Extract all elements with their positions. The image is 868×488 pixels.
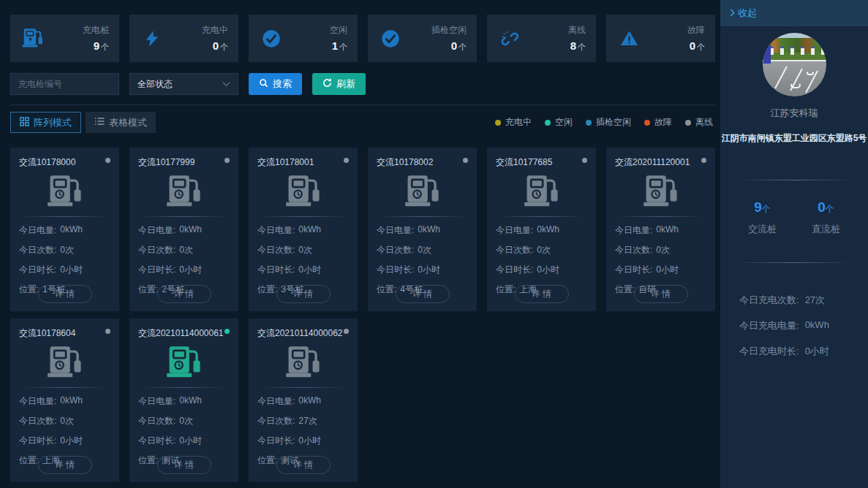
duration-value: 0小时 — [179, 435, 202, 447]
duration-value: 0小时 — [418, 264, 440, 276]
view-mode-tabs: 阵列模式 表格模式 充电中 空闲 插枪空闲 故障 — [10, 112, 713, 133]
legend-item: 充电中 — [495, 116, 532, 129]
duration-value: 0小时 — [179, 264, 202, 276]
legend-dot — [495, 120, 501, 126]
energy-label: 今日电量: — [496, 224, 533, 237]
stat-label: 充电中 — [202, 24, 228, 37]
location-label: 位置: — [496, 283, 516, 296]
legend-label: 充电中 — [505, 116, 532, 129]
check-circle-icon — [378, 28, 403, 49]
charging-pile-icon — [47, 174, 83, 210]
status-legend: 充电中 空闲 插枪空闲 故障 离线 — [495, 116, 713, 129]
divider — [499, 216, 584, 217]
status-dot — [105, 158, 110, 163]
pile-card: 交流20210114000061 今日电量:0kWh 今日次数:0次 今日时长:… — [129, 319, 238, 482]
pile-card: 交流10177685 今日电量:0kWh 今日次数:0次 今日时长:0小时 位置… — [487, 148, 596, 311]
count-label: 今日次数: — [138, 244, 176, 256]
stat-value: 9个 — [94, 39, 109, 52]
station-address: 江阴市南闸镇东盟工业园区东盟路5号 — [720, 132, 868, 145]
count-label: 今日次数: — [257, 244, 295, 256]
station-photo — [763, 33, 826, 96]
detail-button[interactable]: 详 情 — [276, 285, 331, 303]
detail-button[interactable]: 详 情 — [396, 285, 450, 303]
duration-label: 今日时长: — [496, 264, 533, 276]
today-summary: 今日充电次数:27次 今日充电电量:0kWh 今日充电时长:0小时 — [739, 294, 868, 370]
location-label: 位置: — [257, 283, 277, 296]
legend-dot — [644, 120, 650, 126]
duration-value: 0小时 — [656, 264, 679, 276]
status-select[interactable]: 全部状态 — [129, 73, 238, 95]
stat-value: 0个 — [690, 39, 705, 52]
detail-button[interactable]: 详 情 — [38, 456, 92, 474]
energy-label: 今日电量: — [377, 224, 414, 237]
search-button[interactable]: 搜索 — [249, 73, 302, 95]
refresh-button[interactable]: 刷新 — [312, 73, 366, 95]
legend-dot — [586, 120, 592, 126]
legend-dot — [685, 120, 691, 126]
check-circle-icon — [259, 28, 284, 49]
stat-card-plugged-idle: 插枪空闲 0个 — [368, 15, 477, 62]
energy-label: 今日电量: — [138, 224, 176, 237]
pile-card: 交流10178001 今日电量:0kWh 今日次数:0次 今日时长:0小时 位置… — [249, 148, 358, 311]
charging-pile-icon — [20, 28, 45, 50]
divider — [736, 180, 852, 180]
charging-pile-icon — [404, 174, 441, 210]
today-duration-label: 今日充电时长: — [739, 345, 799, 358]
location-label: 位置: — [257, 454, 277, 467]
legend-label: 插枪空闲 — [596, 116, 631, 129]
divider — [736, 262, 852, 263]
energy-label: 今日电量: — [138, 395, 176, 408]
divider — [380, 216, 465, 217]
divider — [260, 387, 346, 388]
pile-title: 交流202011120001 — [615, 156, 706, 169]
stat-value: 0个 — [213, 39, 228, 52]
collapse-button[interactable]: 收起 — [720, 0, 868, 26]
refresh-icon — [322, 78, 332, 90]
stat-label: 空闲 — [330, 24, 347, 37]
detail-button[interactable]: 详 情 — [157, 285, 211, 303]
broken-link-icon — [497, 29, 522, 48]
count-value: 0次 — [298, 244, 312, 256]
count-value: 0次 — [60, 244, 74, 256]
duration-label: 今日时长: — [257, 435, 295, 447]
location-label: 位置: — [138, 454, 158, 467]
tab-table-mode[interactable]: 表格模式 — [86, 112, 156, 133]
tab-grid-mode[interactable]: 阵列模式 — [10, 112, 81, 133]
pile-title: 交流10178604 — [19, 327, 110, 340]
today-energy-label: 今日充电电量: — [739, 319, 799, 332]
location-label: 位置: — [19, 283, 39, 296]
detail-button[interactable]: 详 情 — [634, 285, 688, 303]
energy-value: 0kWh — [418, 224, 440, 237]
status-dot — [224, 158, 230, 163]
legend-item: 故障 — [644, 116, 672, 129]
detail-button[interactable]: 详 情 — [157, 456, 211, 474]
pile-title: 交流10177999 — [138, 156, 230, 169]
energy-value: 0kWh — [298, 395, 321, 408]
duration-value: 0小时 — [537, 264, 559, 276]
detail-button[interactable]: 详 情 — [276, 456, 331, 474]
count-value: 0次 — [60, 415, 74, 427]
pile-title: 交流10178001 — [257, 156, 349, 169]
main-content: 充电桩 9个 充电中 0个 空闲 1个 — [0, 0, 720, 488]
status-dot — [701, 158, 706, 163]
detail-button[interactable]: 详 情 — [515, 285, 569, 303]
legend-item: 空闲 — [545, 116, 573, 129]
duration-value: 0小时 — [298, 435, 321, 447]
count-value: 0次 — [537, 244, 551, 256]
pile-card: 交流10178604 今日电量:0kWh 今日次数:0次 今日时长:0小时 位置… — [10, 319, 119, 482]
status-dot — [463, 158, 468, 163]
gun-number-input[interactable] — [10, 73, 119, 95]
legend-label: 空闲 — [555, 116, 573, 129]
detail-button[interactable]: 详 情 — [38, 285, 92, 303]
station-name: 江苏安科瑞 — [720, 107, 868, 120]
charging-pile-icon — [47, 345, 83, 381]
count-label: 今日次数: — [377, 244, 414, 256]
stats-row: 充电桩 9个 充电中 0个 空闲 1个 — [10, 15, 720, 62]
energy-label: 今日电量: — [257, 224, 295, 237]
status-dot — [344, 158, 349, 163]
pile-card: 交流10178000 今日电量:0kWh 今日次数:0次 今日时长:0小时 位置… — [10, 148, 119, 311]
chevron-down-icon — [222, 79, 230, 89]
energy-value: 0kWh — [60, 395, 83, 408]
ac-pile-stat: 9个 交流桩 — [748, 199, 777, 236]
count-label: 今日次数: — [19, 415, 56, 427]
